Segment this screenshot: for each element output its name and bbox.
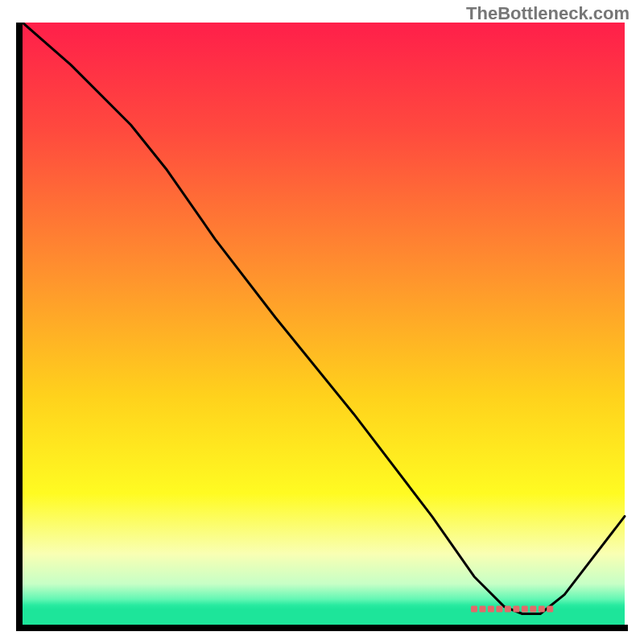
marker-dot — [539, 606, 545, 613]
marker-dot — [496, 606, 502, 613]
watermark: TheBottleneck.com — [466, 3, 630, 24]
marker-dot — [513, 606, 519, 613]
marker-dot — [480, 606, 486, 613]
marker-dot — [547, 606, 553, 613]
marker-dot — [471, 606, 477, 613]
chart — [16, 23, 628, 631]
marker-dot — [530, 606, 536, 613]
chart-svg — [16, 23, 628, 631]
marker-dot — [522, 606, 528, 613]
marker-dot — [505, 606, 511, 613]
plot-background — [19, 23, 625, 626]
marker-dot — [488, 606, 494, 613]
